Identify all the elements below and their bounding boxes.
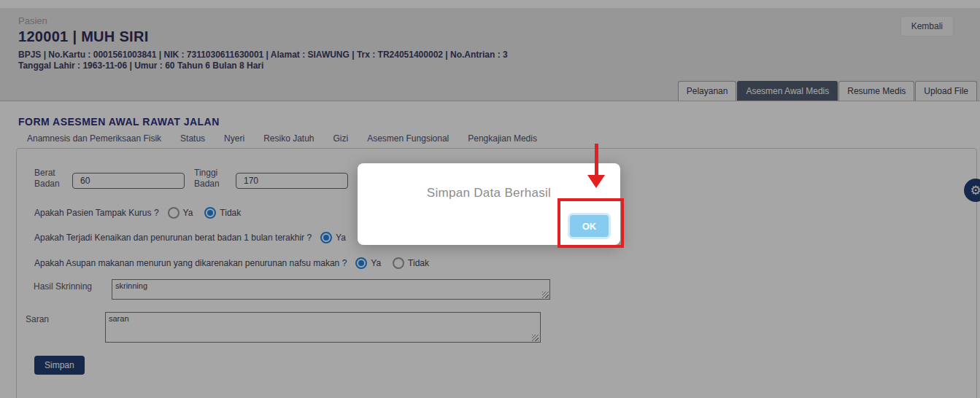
- annotation-arrowhead-icon: [587, 175, 605, 188]
- annotation-highlight-box: [557, 198, 624, 248]
- annotation-arrow-icon: [595, 144, 598, 176]
